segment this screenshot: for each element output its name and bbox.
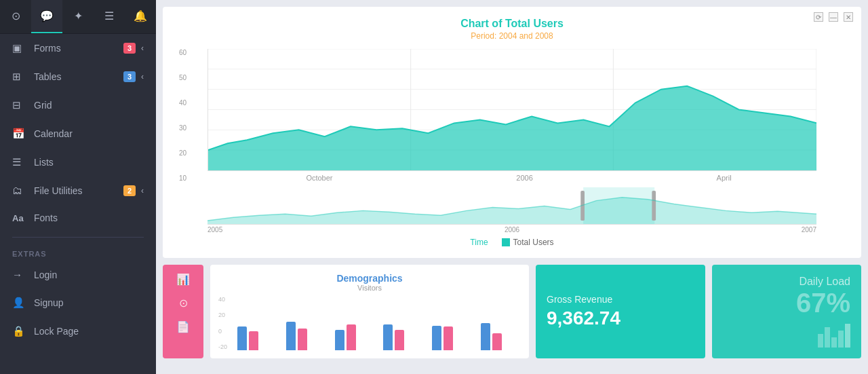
main-content: ⟳ — ✕ Chart of Total Users Period: 2004 … bbox=[156, 0, 868, 374]
legend-color-swatch bbox=[502, 238, 510, 246]
y-axis: 60 50 40 30 20 10 bbox=[179, 49, 186, 182]
sidebar-icon-bell[interactable]: 🔔 bbox=[125, 0, 156, 33]
bar-group-3 bbox=[335, 324, 356, 350]
daily-load-value: 67% bbox=[796, 288, 850, 318]
eye-icon[interactable]: ⊙ bbox=[179, 297, 188, 310]
bar-group-5 bbox=[432, 326, 453, 350]
area-chart-svg bbox=[208, 49, 816, 170]
forms-icon: ▣ bbox=[12, 42, 26, 54]
revenue-value: 9,362.74 bbox=[547, 307, 694, 329]
sidebar-item-fonts[interactable]: Aa Fonts bbox=[0, 204, 156, 231]
fonts-label: Fonts bbox=[34, 212, 144, 223]
lock-icon: 🔒 bbox=[12, 325, 26, 337]
demographics-panel: Demographics Visitors 40 20 0 -20 bbox=[210, 265, 529, 358]
tables-arrow: ‹ bbox=[141, 72, 144, 81]
bar-blue bbox=[432, 326, 441, 350]
file-utilities-label: File Utilities bbox=[34, 185, 123, 196]
close-button[interactable]: ✕ bbox=[844, 12, 853, 22]
sidebar-item-file-utilities[interactable]: 🗂 File Utilities 2 ‹ bbox=[0, 176, 156, 204]
mini-chart-svg bbox=[208, 187, 816, 224]
bar-pink bbox=[492, 333, 502, 350]
bar-group-4 bbox=[383, 324, 404, 350]
tables-icon: ⊞ bbox=[12, 71, 26, 83]
chart-footer: Time Total Users bbox=[174, 238, 850, 247]
bottom-row: 📊 ⊙ 📄 Demographics Visitors 40 20 0 -20 bbox=[163, 265, 861, 358]
file-utilities-icon: 🗂 bbox=[12, 185, 26, 196]
sidebar-item-lists[interactable]: ☰ Lists bbox=[0, 148, 156, 176]
svg-rect-9 bbox=[583, 187, 654, 224]
forms-label: Forms bbox=[34, 43, 123, 54]
sidebar-divider bbox=[12, 237, 144, 238]
time-label: Time bbox=[470, 238, 488, 247]
lock-label: Lock Page bbox=[34, 326, 144, 337]
main-chart bbox=[208, 49, 816, 171]
x-axis: October 2006 April bbox=[201, 174, 823, 182]
lists-label: Lists bbox=[34, 157, 144, 168]
bar-group-2 bbox=[286, 322, 307, 350]
extras-section-label: EXTRAS bbox=[0, 243, 156, 261]
bar-blue bbox=[481, 323, 490, 350]
login-icon: → bbox=[12, 269, 26, 280]
bar-blue bbox=[335, 330, 344, 350]
refresh-button[interactable]: ⟳ bbox=[814, 12, 823, 22]
calendar-label: Calendar bbox=[34, 128, 144, 139]
svg-rect-11 bbox=[652, 191, 656, 221]
daily-load-label: Daily Load bbox=[799, 276, 850, 288]
sidebar-item-calendar[interactable]: 📅 Calendar bbox=[0, 119, 156, 148]
window-controls: ⟳ — ✕ bbox=[814, 12, 853, 22]
sidebar-item-login[interactable]: → Login bbox=[0, 261, 156, 288]
sidebar-icon-chat[interactable]: 💬 bbox=[31, 0, 62, 33]
demographics-title: Demographics bbox=[218, 273, 521, 284]
file-utilities-badge: 2 bbox=[123, 185, 136, 196]
bar-group-6 bbox=[481, 323, 502, 350]
grid-label: Grid bbox=[34, 100, 144, 111]
sidebar-top-nav: ⊙ 💬 ✦ ☰ 🔔 bbox=[0, 0, 156, 34]
bar-chart-area: 40 20 0 -20 bbox=[218, 296, 521, 350]
lists-icon: ☰ bbox=[12, 156, 26, 168]
bar-pink bbox=[298, 329, 307, 350]
file-utilities-arrow: ‹ bbox=[141, 186, 144, 195]
sidebar-item-grid[interactable]: ⊟ Grid bbox=[0, 91, 156, 119]
red-panel: 📊 ⊙ 📄 bbox=[163, 265, 203, 358]
sidebar-item-forms[interactable]: ▣ Forms 3 ‹ bbox=[0, 34, 156, 62]
bar-chart-icon[interactable]: 📊 bbox=[176, 273, 190, 286]
demo-y-axis: 40 20 0 -20 bbox=[218, 296, 227, 350]
sidebar-icon-dashboard[interactable]: ⊙ bbox=[0, 0, 31, 33]
mini-chart bbox=[208, 187, 816, 225]
forms-arrow: ‹ bbox=[141, 43, 144, 53]
sidebar-item-lock-page[interactable]: 🔒 Lock Page bbox=[0, 317, 156, 345]
sidebar-icon-star[interactable]: ✦ bbox=[62, 0, 94, 33]
bar-blue bbox=[383, 324, 393, 350]
minimize-button[interactable]: — bbox=[829, 12, 838, 22]
calendar-icon: 📅 bbox=[12, 128, 26, 140]
chart-title: Chart of Total Users bbox=[174, 18, 850, 30]
bar-pink bbox=[443, 326, 453, 350]
sidebar: ⊙ 💬 ✦ ☰ 🔔 ▣ Forms 3 ‹ ⊞ Tables 3 ‹ ⊟ Gri… bbox=[0, 0, 156, 374]
daily-mini-bars bbox=[818, 324, 850, 348]
fonts-icon: Aa bbox=[12, 213, 26, 223]
tables-label: Tables bbox=[34, 71, 123, 82]
revenue-panel: Gross Revenue 9,362.74 bbox=[536, 265, 705, 358]
bar-pink bbox=[347, 324, 356, 350]
bar-pink bbox=[395, 330, 404, 350]
sidebar-item-tables[interactable]: ⊞ Tables 3 ‹ bbox=[0, 62, 156, 91]
legend-label: Total Users bbox=[513, 238, 554, 247]
daily-load-panel: Daily Load 67% bbox=[712, 265, 861, 358]
doc-icon[interactable]: 📄 bbox=[176, 320, 190, 333]
revenue-label: Gross Revenue bbox=[547, 294, 694, 305]
bar-group-1 bbox=[237, 326, 258, 350]
tables-badge: 3 bbox=[123, 71, 136, 82]
bar-pink bbox=[249, 331, 258, 350]
legend-item: Total Users bbox=[502, 238, 554, 247]
mini-x-labels: 2005 2006 2007 bbox=[208, 226, 816, 233]
bar-blue bbox=[286, 322, 296, 350]
sidebar-icon-list[interactable]: ☰ bbox=[94, 0, 125, 33]
sidebar-item-signup[interactable]: 👤 Signup bbox=[0, 288, 156, 317]
bar-blue bbox=[237, 326, 247, 350]
signup-label: Signup bbox=[34, 297, 144, 308]
grid-icon: ⊟ bbox=[12, 99, 26, 111]
forms-badge: 3 bbox=[123, 43, 136, 54]
chart-period: Period: 2004 and 2008 bbox=[174, 31, 850, 41]
chart-panel: ⟳ — ✕ Chart of Total Users Period: 2004 … bbox=[163, 7, 861, 258]
signup-icon: 👤 bbox=[12, 297, 26, 309]
